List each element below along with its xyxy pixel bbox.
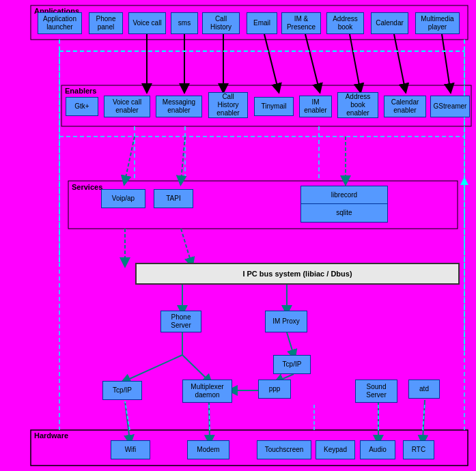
- gstreamer-box: GStreamer: [430, 96, 470, 117]
- hardware-label: Hardware: [34, 431, 68, 440]
- address-book-box: Addressbook: [326, 12, 364, 34]
- ipc-bus-box: I PC bus system (libiac / Dbus): [135, 263, 460, 285]
- touchscreen-box: Touchscreen: [257, 440, 311, 459]
- svg-line-20: [181, 137, 185, 181]
- phone-server-box: PhoneServer: [160, 311, 201, 332]
- tinymail-box: Tinymail: [254, 97, 294, 116]
- im-presence-box: IM &Presence: [281, 12, 321, 34]
- svg-line-9: [350, 34, 360, 89]
- librecord-box: librecord: [301, 186, 387, 204]
- services-label: Services: [72, 183, 102, 191]
- svg-line-8: [305, 34, 319, 89]
- atd-box: atd: [408, 380, 440, 399]
- svg-line-38: [125, 401, 130, 430]
- im-enabler-box: IMenabler: [299, 96, 332, 117]
- email-box: Email: [247, 12, 277, 34]
- modem-box: Modem: [187, 440, 229, 459]
- audio-box: Audio: [360, 440, 395, 459]
- svg-line-35: [423, 400, 425, 440]
- svg-line-19: [125, 137, 135, 181]
- sms-box: sms: [171, 12, 198, 34]
- sqlite-box: sqlite: [301, 204, 387, 222]
- tcp-ip-right-box: Tcp/IP: [273, 355, 311, 374]
- call-history-enabler-box: CallHistoryenabler: [208, 92, 248, 118]
- ppp-box: ppp: [258, 380, 291, 399]
- tapi-box: TAPI: [154, 189, 193, 208]
- voice-call-box: Voice call: [128, 12, 166, 34]
- voice-call-enabler-box: Voice callenabler: [104, 96, 150, 117]
- im-proxy-box: IM Proxy: [265, 311, 307, 332]
- calendar-box: Calendar: [371, 12, 408, 34]
- svg-rect-3: [31, 430, 468, 466]
- keypad-box: Keypad: [316, 440, 355, 459]
- svg-line-10: [394, 34, 405, 89]
- rtc-box: RTC: [403, 440, 434, 459]
- voip-box: Voip/ap: [101, 189, 145, 208]
- svg-line-23: [181, 229, 191, 263]
- svg-line-27: [125, 355, 182, 381]
- arrows-layer: [0, 0, 476, 471]
- svg-line-29: [287, 332, 294, 355]
- tcp-ip-left-box: Tcp/IP: [102, 381, 142, 400]
- svg-line-32: [209, 403, 210, 440]
- svg-line-11: [442, 34, 450, 89]
- svg-line-33: [125, 401, 130, 440]
- svg-line-39: [209, 403, 210, 430]
- sound-server-box: SoundServer: [355, 380, 397, 403]
- svg-line-28: [182, 355, 209, 381]
- svg-line-42: [423, 403, 425, 430]
- messaging-enabler-box: Messagingenabler: [156, 96, 202, 117]
- multimedia-box: Multimediaplayer: [415, 12, 460, 34]
- app-launcher-box: Applicationlauncher: [38, 12, 82, 34]
- svg-line-7: [264, 34, 278, 89]
- calendar-enabler-box: Calendarenabler: [384, 96, 426, 117]
- address-book-enabler-box: Addressbookenabler: [337, 92, 378, 118]
- call-history-box: CallHistory: [202, 12, 240, 34]
- enablers-label: Enablers: [65, 87, 96, 95]
- wifi-box: Wifi: [111, 440, 150, 459]
- architecture-diagram: Applications Enablers Services Hardware …: [0, 0, 476, 471]
- multiplexer-box: Multiplexerdaemon: [182, 380, 232, 403]
- gtk-box: Gtk+: [66, 97, 98, 116]
- phone-panel-box: Phonepanel: [89, 12, 123, 34]
